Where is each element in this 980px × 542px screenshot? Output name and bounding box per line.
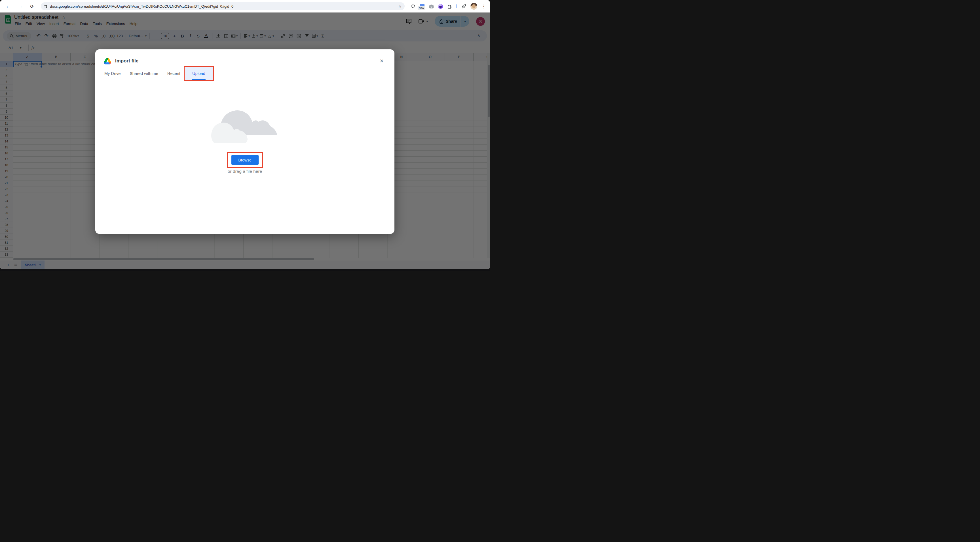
dialog-body: Browse or drag a file here [95,80,395,215]
tune-icon[interactable] [44,4,48,8]
tab-label: Recent [167,71,180,76]
browse-button[interactable]: Browse [231,155,259,165]
battery-saver-leaf-icon[interactable] [461,4,466,9]
tab-label: My Drive [104,71,121,76]
spinner-extension-icon[interactable] [411,4,415,8]
browse-annotation-box: Browse [227,152,263,168]
close-icon[interactable]: × [377,57,386,65]
profile-avatar[interactable] [471,3,477,10]
browser-toolbar: ← → ⟳ docs.google.com/spreadsheets/d/1U4… [0,0,490,13]
tab-label: Upload [192,71,205,76]
back-icon[interactable]: ← [4,2,13,11]
tab-recent[interactable]: Recent [163,67,185,80]
purple-extension-icon[interactable] [438,4,443,9]
dialog-tabs: My DriveShared with meRecentUpload [95,67,395,80]
new-tab-extension-icon[interactable]: New [420,4,425,8]
forward-icon: → [16,2,24,11]
tab-group-divider [456,4,457,8]
address-bar[interactable]: docs.google.com/spreadsheets/d/1U4AoiUrq… [41,2,405,10]
tab-label: Shared with me [130,71,158,76]
drag-hint-text: or drag a file here [228,169,262,174]
active-tab-underline [192,79,205,80]
dialog-header: Import file × [95,49,395,65]
reload-icon[interactable]: ⟳ [28,2,36,11]
puzzle-extensions-icon[interactable] [447,4,452,9]
screen: ← → ⟳ docs.google.com/spreadsheets/d/1U4… [0,0,490,271]
tab-shared-with-me[interactable]: Shared with me [125,67,163,80]
new-badge: New [418,6,425,10]
browser-menu-icon[interactable]: ⋮ [482,4,486,9]
url-text[interactable]: docs.google.com/spreadsheets/d/1U4AoiUrq… [50,4,396,8]
extensions-area: New [411,3,486,10]
tab-upload[interactable]: Upload [185,67,213,80]
drive-logo-icon [104,58,111,64]
desktop-edge [0,269,490,271]
dialog-title: Import file [115,58,138,64]
import-file-dialog: Import file × My DriveShared with meRece… [95,49,395,234]
bookmark-star-icon[interactable]: ☆ [398,4,402,9]
camera-extension-icon[interactable] [429,4,434,8]
tab-my-drive[interactable]: My Drive [100,67,125,80]
cloud-illustration-icon [211,100,279,144]
